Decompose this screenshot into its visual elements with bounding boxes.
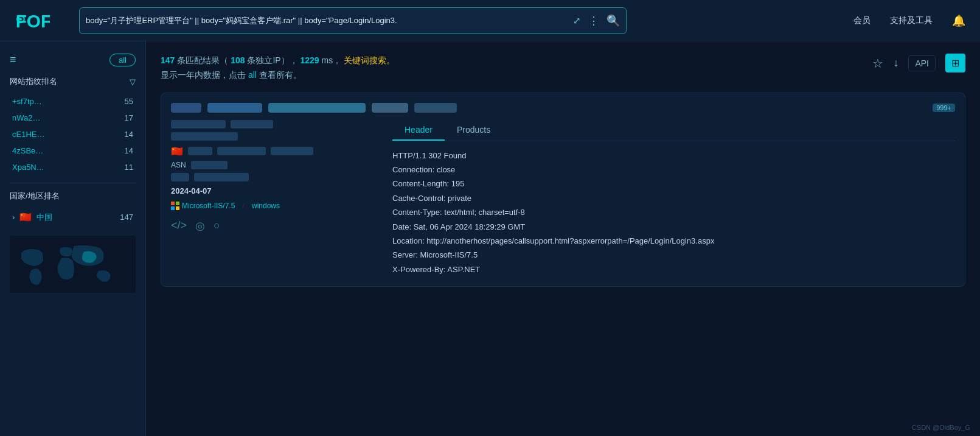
- blurred-ip-5: [414, 103, 457, 113]
- tab-bar: Header Products: [392, 120, 955, 141]
- tools-link[interactable]: 支持及工具: [890, 15, 933, 26]
- fingerprint-section-title: 网站指纹排名 ▽: [10, 76, 136, 87]
- header-line-1: Connection: close: [392, 163, 955, 177]
- header-line-5: Date: Sat, 06 Apr 2024 18:29:29 GMT: [392, 220, 955, 234]
- logo[interactable]: FOFA: [15, 8, 69, 33]
- chevron-icon: ›: [12, 213, 15, 222]
- fingerprint-item-3[interactable]: 4zSBe… 14: [10, 142, 136, 159]
- blurred-host-1: [188, 147, 212, 155]
- meta-row-2: [171, 132, 378, 141]
- header-content: HTTP/1.1 302 Found Connection: close Con…: [392, 149, 955, 277]
- blurred-addr-1: [171, 120, 226, 128]
- download-button[interactable]: ↓: [893, 57, 898, 69]
- header-line-0: HTTP/1.1 302 Found: [392, 149, 955, 163]
- results-header: 147 条匹配结果（ 108 条独立IP）， 1229 ms， 关键词搜索。 显…: [161, 54, 965, 83]
- blurred-host-3: [271, 147, 313, 155]
- meta-row-extra: [171, 173, 378, 181]
- blurred-host-2: [217, 147, 266, 155]
- search-input[interactable]: [86, 16, 573, 25]
- fingerprint-item-4[interactable]: Xpa5N… 11: [10, 159, 136, 175]
- time-ms: 1229: [301, 55, 319, 65]
- world-map: [10, 234, 136, 295]
- more-icon[interactable]: ⋮: [588, 14, 599, 27]
- header-line-4: Content-Type: text/html; charset=utf-8: [392, 205, 955, 219]
- blurred-addr-2: [231, 120, 273, 128]
- tech-iis-label[interactable]: Microsoft-IIS/7.5: [182, 202, 235, 210]
- blurred-ip-3: [268, 103, 366, 113]
- header-line-2: Content-Length: 195: [392, 177, 955, 191]
- blurred-ip-1: [171, 103, 201, 113]
- filter-icon[interactable]: ≡: [10, 54, 16, 66]
- card-icons-row: </> ◎ ○: [171, 219, 378, 233]
- search-bar[interactable]: ⤢ ⋮ 🔍: [79, 7, 627, 34]
- blurred-addr-3: [171, 132, 238, 141]
- nav-right: 会员 支持及工具 🔔: [853, 14, 965, 27]
- tab-header[interactable]: Header: [392, 120, 445, 141]
- blurred-ip-2: [207, 103, 262, 113]
- result-card: 999+ 🇨🇳: [161, 93, 965, 287]
- clock-icon[interactable]: ○: [214, 219, 220, 233]
- all-link[interactable]: all: [248, 70, 257, 80]
- meta-row-asn: ASN: [171, 161, 378, 169]
- sidebar-divider: [10, 183, 136, 183]
- card-left: 🇨🇳 ASN: [171, 120, 378, 277]
- card-header-row: 999+: [171, 103, 955, 113]
- topnav: FOFA ⤢ ⋮ 🔍 会员 支持及工具 🔔: [0, 0, 980, 41]
- svg-point-2: [19, 18, 22, 20]
- header-line-3: Cache-Control: private: [392, 191, 955, 205]
- ms-sq-green: [176, 202, 179, 205]
- globe-icon[interactable]: ◎: [195, 219, 205, 233]
- fingerprint-item-1[interactable]: nWa2… 17: [10, 110, 136, 126]
- blurred-ip-4: [372, 103, 408, 113]
- badge-999: 999+: [933, 104, 955, 112]
- ms-sq-blue: [171, 206, 175, 210]
- expand-icon[interactable]: ⤢: [573, 15, 581, 26]
- filter-row: ≡ all: [10, 54, 136, 66]
- date-label: 2024-04-07: [171, 186, 378, 195]
- funnel-icon[interactable]: ▽: [130, 77, 136, 86]
- sidebar: ≡ all 网站指纹排名 ▽ +sf7tp… 55 nWa2… 17 cE1HE…: [0, 41, 146, 436]
- total-count: 147: [161, 55, 175, 65]
- card-right: Header Products HTTP/1.1 302 Found Conne…: [392, 120, 955, 277]
- fingerprint-item-2[interactable]: cE1HE… 14: [10, 126, 136, 142]
- member-link[interactable]: 会员: [853, 15, 871, 26]
- star-button[interactable]: ☆: [872, 56, 883, 71]
- ms-squares: [171, 202, 179, 210]
- fingerprint-item-0[interactable]: +sf7tp… 55: [10, 93, 136, 110]
- code-icon[interactable]: </>: [171, 219, 187, 233]
- content-area: 147 条匹配结果（ 108 条独立IP）， 1229 ms， 关键词搜索。 显…: [146, 41, 980, 436]
- blurred-asn: [191, 161, 228, 169]
- ms-sq-red: [171, 202, 175, 205]
- meta-row-flag: 🇨🇳: [171, 146, 378, 157]
- bell-icon[interactable]: 🔔: [952, 14, 965, 27]
- results-toolbar: ☆ ↓ API ⊞: [872, 54, 965, 72]
- tech-row: Microsoft-IIS/7.5 / windows: [171, 202, 378, 211]
- tab-products[interactable]: Products: [445, 120, 502, 141]
- region-section-title: 国家/地区排名: [10, 191, 136, 202]
- api-button[interactable]: API: [908, 55, 936, 71]
- ms-sq-yellow: [176, 206, 179, 210]
- card-body: 🇨🇳 ASN: [171, 120, 955, 277]
- header-line-8: X-Powered-By: ASP.NET: [392, 262, 955, 276]
- asn-label: ASN: [171, 161, 186, 169]
- blurred-extra: [171, 173, 189, 181]
- ms-logo: Microsoft-IIS/7.5: [171, 202, 235, 210]
- header-line-6: Location: http://anotherhost/pages/calls…: [392, 234, 955, 248]
- all-badge[interactable]: all: [109, 54, 136, 66]
- search-icon[interactable]: 🔍: [606, 14, 620, 27]
- windows-link[interactable]: windows: [252, 202, 280, 210]
- keyword-search-link[interactable]: 关键词搜索。: [344, 55, 395, 65]
- china-flag-card: 🇨🇳: [171, 146, 183, 157]
- grid-view-button[interactable]: ⊞: [945, 54, 965, 72]
- region-item-china[interactable]: › 🇨🇳 中国 147: [10, 208, 136, 227]
- china-flag: 🇨🇳: [19, 211, 32, 223]
- main-layout: ≡ all 网站指纹排名 ▽ +sf7tp… 55 nWa2… 17 cE1HE…: [0, 41, 980, 436]
- ip-count: 108: [231, 55, 245, 65]
- meta-row-1: [171, 120, 378, 128]
- results-info: 147 条匹配结果（ 108 条独立IP）， 1229 ms， 关键词搜索。 显…: [161, 54, 395, 83]
- watermark: CSDN @OidBoy_G: [912, 424, 970, 431]
- header-line-7: Server: Microsoft-IIS/7.5: [392, 248, 955, 262]
- svg-text:FOFA: FOFA: [16, 10, 50, 30]
- blurred-extra-2: [194, 173, 249, 181]
